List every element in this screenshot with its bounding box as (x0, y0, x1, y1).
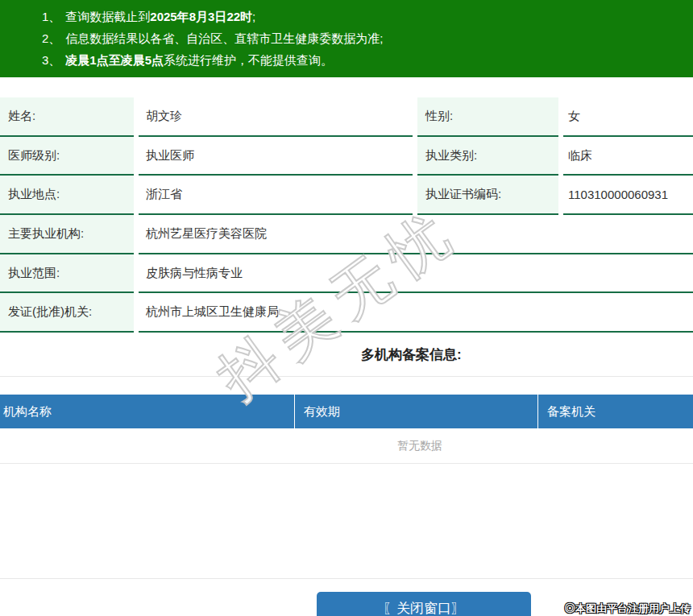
multi-institution-section-title: 多机构备案信息: (0, 333, 693, 376)
notice-text-bold: 2025年8月3日22时 (150, 10, 252, 23)
table-row-issuing-authority: 发证(批准)机关: 杭州市上城区卫生健康局 (0, 293, 693, 333)
empty-data-message: 暂无数据 (0, 428, 693, 463)
gender-value: 女 (563, 97, 693, 137)
notice-line-number: 1、 (42, 10, 60, 23)
column-header-institution-name: 机构名称 (0, 395, 295, 428)
notice-text-bold: 凌晨1点至凌晨5点 (65, 53, 164, 67)
table-row-practice-scope: 执业范围: 皮肤病与性病专业 (0, 254, 693, 294)
records-table-header: 机构名称 有效期 备案机关 (0, 395, 693, 428)
name-label: 姓名: (0, 97, 134, 137)
close-window-button[interactable]: 〖关闭窗口〗 (317, 592, 531, 616)
main-institution-label: 主要执业机构: (0, 215, 134, 254)
practitioner-info-table: 姓名: 胡文珍 性别: 女 医师级别: 执业医师 执业类别: 临床 执业地点: … (0, 97, 693, 333)
issuing-authority-label: 发证(批准)机关: (0, 293, 134, 333)
column-header-validity-period: 有效期 (295, 395, 538, 428)
practice-category-label: 执业类别: (417, 137, 558, 176)
doctor-level-label: 医师级别: (0, 137, 134, 176)
table-row-name-gender: 姓名: 胡文珍 性别: 女 (0, 97, 693, 137)
divider (0, 463, 693, 464)
divider (0, 376, 693, 377)
notice-line-3: 3、凌晨1点至凌晨5点系统进行维护，不能提供查询。 (42, 49, 685, 71)
upload-attribution-watermark: ◎本图由平台注册用户上传 (565, 602, 691, 616)
issuing-authority-value: 杭州市上城区卫生健康局 (139, 293, 693, 333)
practice-scope-value: 皮肤病与性病专业 (139, 254, 693, 294)
table-row-location-certificate: 执业地点: 浙江省 执业证书编码: 110310000060931 (0, 176, 693, 215)
column-header-record-authority: 备案机关 (538, 395, 693, 428)
practice-scope-label: 执业范围: (0, 254, 134, 294)
practice-location-label: 执业地点: (0, 176, 134, 215)
certificate-number-value: 110310000060931 (563, 176, 693, 215)
notice-line-2: 2、信息数据结果以各省、自治区、直辖市卫生健康委数据为准; (42, 27, 685, 49)
notice-text: 查询数据截止到 (65, 10, 150, 23)
practice-category-value: 临床 (563, 137, 693, 176)
certificate-number-label: 执业证书编码: (417, 176, 558, 215)
gender-label: 性别: (417, 97, 558, 137)
main-institution-value: 杭州艺星医疗美容医院 (139, 215, 693, 254)
doctor-level-value: 执业医师 (139, 137, 413, 176)
name-value: 胡文珍 (139, 97, 413, 137)
notice-line-number: 2、 (42, 31, 60, 45)
notice-text: ; (252, 10, 255, 23)
practice-location-value: 浙江省 (139, 176, 413, 215)
notice-text: 系统进行维护，不能提供查询。 (164, 53, 333, 67)
table-row-main-institution: 主要执业机构: 杭州艺星医疗美容医院 (0, 215, 693, 254)
notice-banner: 1、查询数据截止到2025年8月3日22时; 2、信息数据结果以各省、自治区、直… (0, 0, 693, 77)
divider (0, 578, 693, 579)
table-row-level-category: 医师级别: 执业医师 执业类别: 临床 (0, 137, 693, 176)
notice-text: 信息数据结果以各省、自治区、直辖市卫生健康委数据为准; (65, 31, 383, 45)
notice-line-number: 3、 (42, 53, 60, 67)
notice-line-1: 1、查询数据截止到2025年8月3日22时; (42, 6, 685, 27)
